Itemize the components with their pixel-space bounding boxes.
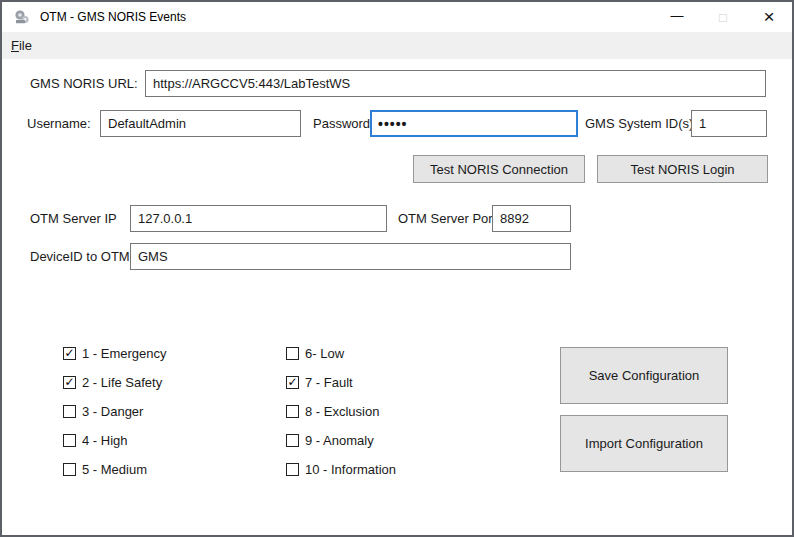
test-noris-connection-button[interactable]: Test NORIS Connection bbox=[413, 155, 585, 183]
checkbox-unchecked[interactable] bbox=[286, 347, 299, 360]
checkbox-unchecked[interactable] bbox=[63, 405, 76, 418]
checkbox-label: 4 - High bbox=[82, 432, 128, 449]
password-input[interactable] bbox=[370, 110, 578, 137]
gms-system-ids-label: GMS System ID(s): bbox=[585, 110, 697, 137]
test-noris-login-button[interactable]: Test NORIS Login bbox=[597, 155, 768, 183]
checkbox-label: 2 - Life Safety bbox=[82, 374, 162, 391]
checkbox-item[interactable]: 10 - Information bbox=[286, 461, 396, 478]
checkbox-label: 1 - Emergency bbox=[82, 345, 167, 362]
checkbox-unchecked[interactable] bbox=[286, 434, 299, 447]
checkbox-unchecked[interactable] bbox=[286, 405, 299, 418]
title-bar: OTM - GMS NORIS Events — □ × bbox=[2, 2, 792, 32]
checkbox-label: 9 - Anomaly bbox=[305, 432, 374, 449]
checkbox-item[interactable]: 6- Low bbox=[286, 345, 396, 362]
event-filter-column-1: ✓1 - Emergency✓2 - Life Safety3 - Danger… bbox=[63, 345, 167, 478]
close-button[interactable]: × bbox=[746, 2, 792, 32]
window-title: OTM - GMS NORIS Events bbox=[40, 10, 186, 24]
checkbox-label: 8 - Exclusion bbox=[305, 403, 379, 420]
menu-file-accel: F bbox=[11, 38, 19, 53]
save-configuration-button[interactable]: Save Configuration bbox=[560, 347, 728, 404]
import-configuration-button[interactable]: Import Configuration bbox=[560, 415, 728, 472]
event-filter-column-2: 6- Low✓7 - Fault8 - Exclusion9 - Anomaly… bbox=[286, 345, 396, 478]
checkbox-label: 3 - Danger bbox=[82, 403, 143, 420]
checkbox-item[interactable]: 9 - Anomaly bbox=[286, 432, 396, 449]
otm-server-port-label: OTM Server Por bbox=[398, 205, 493, 232]
checkbox-label: 5 - Medium bbox=[82, 461, 147, 478]
username-input[interactable] bbox=[100, 110, 301, 137]
app-window: OTM - GMS NORIS Events — □ × File GMS NO… bbox=[0, 0, 794, 537]
device-id-label: DeviceID to OTM bbox=[30, 243, 130, 270]
checkbox-item[interactable]: ✓7 - Fault bbox=[286, 374, 396, 391]
checkbox-unchecked[interactable] bbox=[63, 434, 76, 447]
checkbox-checked[interactable]: ✓ bbox=[286, 376, 299, 389]
checkbox-checked[interactable]: ✓ bbox=[63, 347, 76, 360]
noris-url-label: GMS NORIS URL: bbox=[30, 70, 138, 97]
window-controls: — □ × bbox=[654, 2, 792, 32]
username-label: Username: bbox=[27, 110, 91, 137]
minimize-button[interactable]: — bbox=[654, 2, 700, 32]
menu-bar: File bbox=[2, 32, 792, 59]
otm-server-ip-label: OTM Server IP bbox=[30, 205, 117, 232]
menu-file-rest: ile bbox=[19, 38, 32, 53]
checkbox-item[interactable]: 5 - Medium bbox=[63, 461, 167, 478]
checkbox-item[interactable]: 3 - Danger bbox=[63, 403, 167, 420]
checkbox-item[interactable]: 8 - Exclusion bbox=[286, 403, 396, 420]
gms-system-ids-input[interactable] bbox=[691, 110, 767, 137]
menu-file[interactable]: File bbox=[2, 32, 41, 59]
checkbox-label: 7 - Fault bbox=[305, 374, 353, 391]
password-label: Password: bbox=[313, 110, 374, 137]
checkbox-item[interactable]: 4 - High bbox=[63, 432, 167, 449]
otm-server-ip-input[interactable] bbox=[130, 205, 387, 232]
checkbox-unchecked[interactable] bbox=[63, 463, 76, 476]
checkbox-checked[interactable]: ✓ bbox=[63, 376, 76, 389]
otm-server-port-input[interactable] bbox=[492, 205, 571, 232]
checkbox-unchecked[interactable] bbox=[286, 463, 299, 476]
checkbox-label: 10 - Information bbox=[305, 461, 396, 478]
checkbox-item[interactable]: ✓1 - Emergency bbox=[63, 345, 167, 362]
noris-url-input[interactable] bbox=[145, 70, 766, 97]
checkbox-label: 6- Low bbox=[305, 345, 344, 362]
maximize-button: □ bbox=[700, 2, 746, 32]
checkbox-item[interactable]: ✓2 - Life Safety bbox=[63, 374, 167, 391]
app-gears-icon bbox=[14, 9, 30, 25]
device-id-input[interactable] bbox=[130, 243, 571, 270]
